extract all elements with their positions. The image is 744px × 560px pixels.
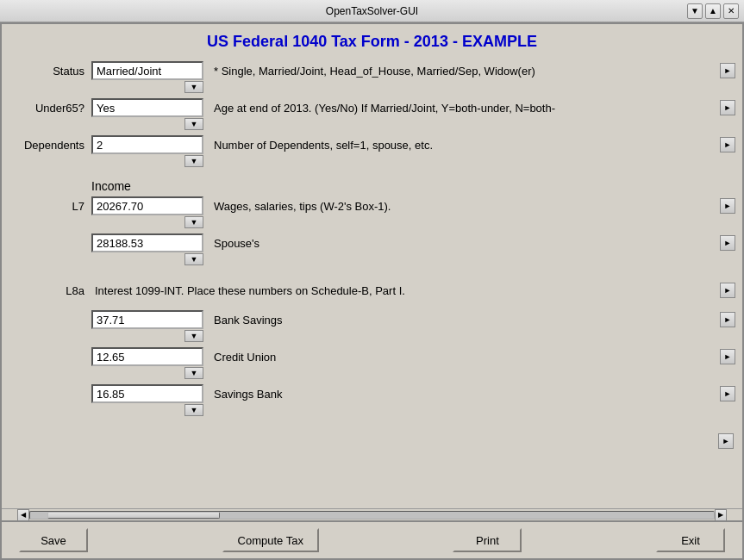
l8a-empty-label2: [5, 347, 91, 351]
l7-description2: Spouse's: [203, 233, 716, 250]
under65-description: Age at end of 2013. (Yes/No) If Married/…: [203, 98, 716, 115]
l7-label2: [5, 233, 91, 237]
income-section-label: Income: [5, 172, 735, 196]
l7-input2[interactable]: [91, 233, 203, 252]
l8a-row3: ▼ Savings Bank ►: [5, 384, 735, 416]
dependents-input[interactable]: [91, 135, 203, 154]
l8a-right-btn2[interactable]: ►: [720, 349, 735, 364]
l8a-empty-label3: [5, 384, 91, 388]
window-content: US Federal 1040 Tax Form - 2013 - EXAMPL…: [0, 22, 744, 560]
close-button[interactable]: ✕: [723, 3, 739, 19]
l7-right-btn2[interactable]: ►: [720, 235, 735, 251]
status-row: Status ▼ * Single, Married/Joint, Head_o…: [5, 61, 735, 93]
dependents-row: Dependents ▼ Number of Dependents, self=…: [5, 135, 735, 167]
under65-label: Under65?: [5, 98, 91, 115]
status-input[interactable]: [91, 61, 203, 80]
l8a-header-row: L8a Interest 1099-INT. Place these numbe…: [5, 281, 735, 305]
under65-scroll-btn[interactable]: ▼: [184, 118, 203, 130]
l7-input-group1: ▼: [91, 196, 203, 228]
l7-input1[interactable]: [91, 196, 203, 215]
l8a-desc1: Bank Savings: [203, 310, 716, 327]
l7-scroll-btn2[interactable]: ▼: [184, 253, 203, 265]
l8a-right-btn-header[interactable]: ►: [720, 283, 735, 298]
l8a-row2: ▼ Credit Union ►: [5, 347, 735, 379]
hscroll-track[interactable]: [29, 511, 715, 520]
l7-scroll-btn1[interactable]: ▼: [184, 216, 203, 228]
exit-button[interactable]: Exit: [656, 528, 725, 552]
status-right-btn[interactable]: ►: [720, 63, 735, 78]
l8a-desc3: Savings Bank: [203, 384, 716, 401]
l8a-desc2: Credit Union: [203, 347, 716, 364]
title-bar: OpenTaxSolver-GUI ▼ ▲ ✕: [0, 0, 744, 22]
l8a-right-btn3[interactable]: ►: [720, 386, 735, 401]
toolbar: Save Compute Tax Print Exit: [2, 520, 742, 558]
page-heading: US Federal 1040 Tax Form - 2013 - EXAMPL…: [2, 24, 742, 58]
status-description: * Single, Married/Joint, Head_of_House, …: [203, 61, 716, 78]
l8a-scroll-btn1[interactable]: ▼: [184, 330, 203, 342]
l8a-right-btn1[interactable]: ►: [720, 312, 735, 327]
compute-tax-button[interactable]: Compute Tax: [222, 528, 319, 552]
maximize-button[interactable]: ▲: [705, 3, 721, 19]
l7-label: L7: [5, 196, 91, 213]
l8a-label: L8a: [5, 281, 91, 297]
status-scroll-btn[interactable]: ▼: [184, 81, 203, 93]
hscroll-right-arrow[interactable]: ▶: [715, 509, 727, 521]
l7-row1: L7 ▼ Wages, salaries, tips (W-2's Box-1)…: [5, 196, 735, 228]
dependents-label: Dependents: [5, 135, 91, 152]
dependents-description: Number of Dependents, self=1, spouse, et…: [203, 135, 716, 152]
l8a-row1: ▼ Bank Savings ►: [5, 310, 735, 342]
under65-input[interactable]: [91, 98, 203, 117]
l8a-empty-label1: [5, 310, 91, 314]
bottom-right-btn[interactable]: ►: [718, 433, 734, 449]
dependents-scroll-btn[interactable]: ▼: [184, 155, 203, 167]
form-scroll-area[interactable]: Status ▼ * Single, Married/Joint, Head_o…: [2, 58, 742, 508]
title-bar-controls: ▼ ▲ ✕: [687, 3, 739, 19]
hscroll-left-arrow[interactable]: ◀: [17, 509, 29, 521]
l7-input-group2: ▼: [91, 233, 203, 265]
under65-input-group: ▼: [91, 98, 203, 130]
l7-right-btn1[interactable]: ►: [720, 198, 735, 214]
horizontal-scrollbar[interactable]: ◀ ▶: [2, 508, 742, 520]
save-button[interactable]: Save: [19, 528, 88, 552]
l8a-input2[interactable]: [91, 347, 203, 366]
status-label: Status: [5, 61, 91, 78]
hscroll-thumb[interactable]: [47, 512, 220, 519]
l8a-input-group1: ▼: [91, 310, 203, 342]
print-button[interactable]: Print: [453, 528, 522, 552]
l8a-scroll-btn2[interactable]: ▼: [184, 367, 203, 379]
title-bar-title: OpenTaxSolver-GUI: [57, 5, 687, 17]
l7-description: Wages, salaries, tips (W-2's Box-1).: [203, 196, 716, 213]
status-input-group: ▼: [91, 61, 203, 93]
minimize-button[interactable]: ▼: [687, 3, 703, 19]
l8a-input-group3: ▼: [91, 384, 203, 416]
l8a-scroll-btn3[interactable]: ▼: [184, 404, 203, 416]
l8a-input3[interactable]: [91, 384, 203, 403]
l8a-input1[interactable]: [91, 310, 203, 329]
dependents-right-btn[interactable]: ►: [720, 137, 735, 152]
l7-row2: ▼ Spouse's ►: [5, 233, 735, 265]
under65-row: Under65? ▼ Age at end of 2013. (Yes/No) …: [5, 98, 735, 130]
l8a-input-group2: ▼: [91, 347, 203, 379]
dependents-input-group: ▼: [91, 135, 203, 167]
under65-right-btn[interactable]: ►: [720, 100, 735, 115]
l8a-description: Interest 1099-INT. Place these numbers o…: [91, 281, 716, 297]
